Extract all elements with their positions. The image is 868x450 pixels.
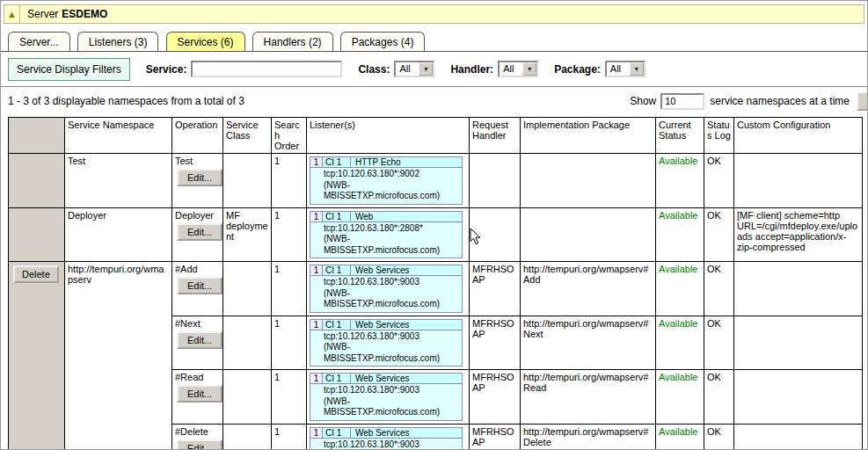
request-handler-cell: MFRHSOAP (470, 370, 521, 425)
custom-configuration-cell (734, 424, 863, 450)
package-filter-select[interactable]: All ▼ (605, 61, 646, 77)
listener-chip: 1 CI 1 Web Services tcp:10.120.63.180*:9… (310, 373, 463, 421)
status-log-cell: OK (704, 424, 734, 450)
implementation-package-cell: http://tempuri.org/wmapserv#Delete (521, 424, 656, 450)
listener-conversation: CI 1 (323, 320, 351, 330)
request-handler-cell (470, 154, 521, 208)
status-log-cell: OK (704, 370, 734, 425)
triangle-up-icon: ▲ (7, 9, 17, 19)
implementation-package-cell: http://tempuri.org/wmapserv#Add (521, 262, 656, 316)
listener-name: Web Services (351, 320, 462, 330)
operation-cell: Test Edit... (172, 154, 223, 208)
listener-chip: 1 CI 1 HTTP Echo tcp:10.120.63.180*:9002… (310, 156, 463, 205)
operation-name: #Next (175, 318, 220, 329)
actions-cell (9, 154, 65, 208)
results-summary: 1 - 3 of 3 displayable namespaces from a… (8, 95, 244, 107)
edit-button[interactable]: Edit... (177, 439, 222, 450)
listeners-cell: 1 CI 1 Web Services tcp:10.120.63.180*:9… (307, 316, 470, 370)
server-name: ESDEMO (62, 8, 107, 20)
listener-address: tcp:10.120.63.180*:9003 (324, 439, 460, 450)
chevron-down-icon[interactable]: ▼ (522, 62, 536, 76)
class-filter-select[interactable]: All ▼ (394, 61, 434, 77)
namespace-cell: Test (65, 154, 172, 208)
listener-host: (NWB-MBISSETXP.microfocus.com) (324, 180, 460, 202)
listeners-cell: 1 CI 1 Web Services tcp:10.120.63.180*:9… (307, 370, 470, 425)
header-service-class: Service Class (223, 118, 272, 154)
server-title-bar: ▲ Server ESDEMO (4, 4, 864, 24)
header-service-namespace: Service Namespace (65, 118, 172, 154)
service-display-filters-label: Service Display Filters (8, 58, 130, 81)
listener-number: 1 (310, 157, 323, 168)
show-count-input[interactable] (660, 93, 704, 110)
operation-name: #Add (175, 264, 220, 274)
current-status-cell: Available (656, 207, 704, 262)
edit-button[interactable]: Edit... (177, 277, 222, 294)
table-header-row: Service Namespace Operation Service Clas… (9, 118, 863, 154)
listener-address: tcp:10.120.63.180*:2808* (324, 223, 460, 235)
header-request-handler: Request Handler (470, 118, 521, 154)
tab-services[interactable]: Services (6) (166, 32, 245, 51)
delete-button[interactable]: Delete (13, 265, 59, 283)
operation-cell: #Next Edit... (172, 316, 223, 370)
server-admin-page: ▲ Server ESDEMO Server... Listeners (3) … (0, 0, 868, 450)
service-filter-label: Service: (146, 63, 187, 76)
chevron-down-icon[interactable]: ▼ (419, 62, 433, 76)
service-class-cell (223, 154, 272, 208)
listener-host: (NWB-MBISSETXP.microfocus.com) (324, 234, 460, 256)
service-filter-input[interactable] (191, 61, 342, 77)
header-custom-configuration: Custom Configuration (734, 118, 863, 154)
table-row: Deployer Deployer Edit... MF deployment … (9, 207, 863, 262)
listener-conversation: CI 1 (323, 265, 351, 276)
listeners-cell: 1 CI 1 Web tcp:10.120.63.180*:2808* (NWB… (307, 207, 470, 262)
header-current-status: Current Status (656, 118, 704, 154)
service-class-cell: MF deployment (223, 207, 272, 262)
request-handler-cell: MFRHSOAP (470, 262, 521, 316)
implementation-package-cell: http://tempuri.org/wmapserv#Next (521, 316, 656, 370)
listener-conversation: CI 1 (323, 157, 351, 168)
listener-number: 1 (310, 428, 323, 439)
namespace-cell: Deployer (65, 207, 172, 262)
header-search-order: Search Order (272, 118, 307, 154)
collapse-server-button[interactable]: ▲ (4, 5, 20, 23)
listener-conversation: CI 1 (323, 428, 351, 439)
actions-cell (9, 207, 65, 262)
request-handler-cell (470, 207, 521, 262)
search-order-cell: 1 (272, 316, 307, 370)
listener-name: Web Services (351, 374, 462, 384)
tab-handlers[interactable]: Handlers (2) (252, 32, 333, 51)
current-status-cell: Available (656, 370, 704, 425)
operation-cell: Deployer Edit... (172, 207, 223, 262)
tab-server[interactable]: Server... (8, 32, 70, 51)
listener-address: tcp:10.120.63.180*:9003 (324, 331, 460, 343)
listener-name: HTTP Echo (351, 157, 462, 168)
operation-cell: #Add Edit... (172, 262, 223, 316)
listener-address: tcp:10.120.63.180*:9003 (324, 385, 460, 396)
custom-configuration-cell (734, 316, 863, 370)
operation-name: #Read (175, 372, 220, 382)
current-status-cell: Available (656, 262, 704, 316)
status-log-cell: OK (704, 207, 734, 262)
service-class-cell (223, 370, 272, 425)
package-filter-label: Package: (554, 63, 601, 76)
listener-chip: 1 CI 1 Web Services tcp:10.120.63.180*:9… (310, 427, 463, 450)
table-row: Delete http://tempuri.org/wmapserv #Add … (9, 262, 863, 316)
implementation-package-cell (521, 207, 656, 262)
implementation-package-cell: http://tempuri.org/wmapserv#Read (521, 370, 656, 425)
show-suffix-label: service namespaces at a time (710, 95, 850, 107)
listener-number: 1 (310, 212, 323, 222)
service-class-cell (223, 424, 272, 450)
operation-name: #Delete (175, 426, 220, 437)
listener-name: Web (351, 212, 462, 222)
handler-filter-select[interactable]: All ▼ (498, 61, 538, 77)
edit-button[interactable]: Edit... (177, 331, 222, 349)
edit-button[interactable]: Edit... (177, 223, 222, 241)
edit-button[interactable]: Edit... (177, 169, 222, 186)
partial-button[interactable] (857, 91, 867, 111)
chevron-down-icon[interactable]: ▼ (630, 62, 644, 76)
tab-listeners[interactable]: Listeners (3) (77, 32, 159, 51)
tab-packages[interactable]: Packages (4) (340, 32, 426, 51)
edit-button[interactable]: Edit... (177, 385, 222, 403)
listeners-cell: 1 CI 1 Web Services tcp:10.120.63.180*:9… (307, 424, 470, 450)
namespace-cell: http://tempuri.org/wmapserv (65, 262, 172, 450)
listener-name: Web Services (351, 265, 462, 276)
